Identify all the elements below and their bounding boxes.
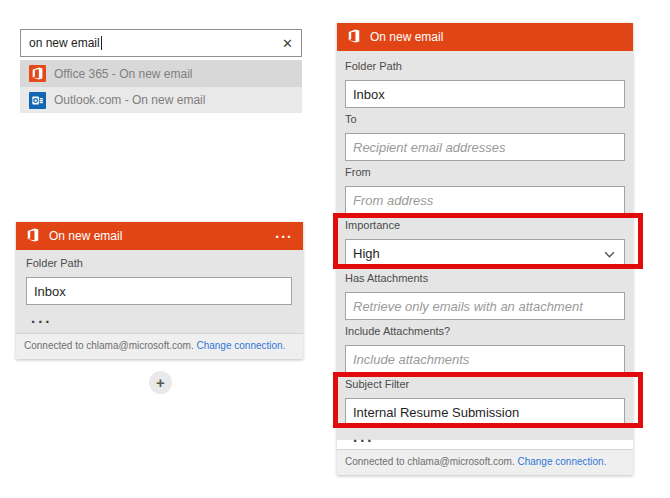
card-header[interactable]: On new email ... [16, 222, 303, 250]
importance-select[interactable]: High [345, 239, 625, 267]
chevron-down-icon [604, 246, 615, 261]
search-result-outlook[interactable]: Outlook.com - On new email [20, 87, 302, 113]
field-include-attachments: Include Attachments? [345, 325, 625, 373]
close-icon[interactable]: ✕ [282, 37, 293, 50]
search-result-label: Outlook.com - On new email [54, 93, 205, 107]
field-label: Subject Filter [345, 378, 625, 390]
field-has-attachments: Has Attachments [345, 272, 625, 320]
folder-path-input[interactable] [26, 277, 292, 305]
from-input[interactable] [345, 186, 625, 214]
office365-icon [29, 65, 46, 82]
trigger-card-expanded: On new email Folder Path To From Importa… [337, 23, 633, 475]
card-title: On new email [370, 30, 443, 44]
field-label: From [345, 166, 625, 178]
to-input[interactable] [345, 133, 625, 161]
field-label: To [345, 113, 625, 125]
outlook-icon [29, 92, 46, 109]
field-subject-filter: Subject Filter [345, 378, 625, 426]
plus-icon: + [156, 375, 165, 390]
show-advanced-options-expander[interactable]: ... [353, 434, 625, 440]
search-result-office365[interactable]: Office 365 - On new email [20, 60, 302, 87]
connected-text: Connected to chlama@microsoft.com. [24, 340, 194, 351]
connection-footer: Connected to chlama@microsoft.com. Chang… [16, 333, 303, 359]
field-importance: Importance High [345, 219, 625, 267]
connection-footer: Connected to chlama@microsoft.com. Chang… [337, 449, 633, 475]
text-caret [101, 36, 102, 50]
field-label-folder-path: Folder Path [26, 257, 292, 269]
show-advanced-options-expander[interactable]: ... [31, 315, 292, 321]
field-label: Folder Path [345, 60, 625, 72]
change-connection-link[interactable]: Change connection. [196, 340, 285, 351]
connected-text: Connected to chlama@microsoft.com. [345, 456, 515, 467]
card-title: On new email [49, 229, 122, 243]
trigger-card-collapsed: On new email ... Folder Path ... Connect… [16, 222, 303, 359]
card-body: Folder Path To From Importance High [337, 51, 633, 440]
field-from: From [345, 166, 625, 214]
field-label: Importance [345, 219, 625, 231]
office365-icon [347, 29, 361, 46]
office365-icon [26, 228, 40, 245]
trigger-search-input[interactable]: on new email ✕ [20, 29, 302, 57]
subject-filter-input[interactable] [345, 398, 625, 426]
folder-path-input[interactable] [345, 80, 625, 108]
field-label: Include Attachments? [345, 325, 625, 337]
flow-designer-canvas: on new email ✕ Office 365 - On new email… [0, 0, 670, 498]
has-attachments-input[interactable] [345, 292, 625, 320]
change-connection-link[interactable]: Change connection. [517, 456, 606, 467]
importance-selected-value: High [353, 246, 380, 261]
include-attachments-input[interactable] [345, 345, 625, 373]
search-result-label: Office 365 - On new email [54, 67, 193, 81]
search-query-text: on new email [29, 36, 100, 50]
field-to: To [345, 113, 625, 161]
field-folder-path: Folder Path [345, 60, 625, 108]
field-label: Has Attachments [345, 272, 625, 284]
add-step-button[interactable]: + [149, 371, 172, 394]
search-results-list: Office 365 - On new email Outlook.com - … [20, 60, 302, 113]
card-body: Folder Path ... [16, 250, 303, 333]
card-header[interactable]: On new email [337, 23, 633, 51]
